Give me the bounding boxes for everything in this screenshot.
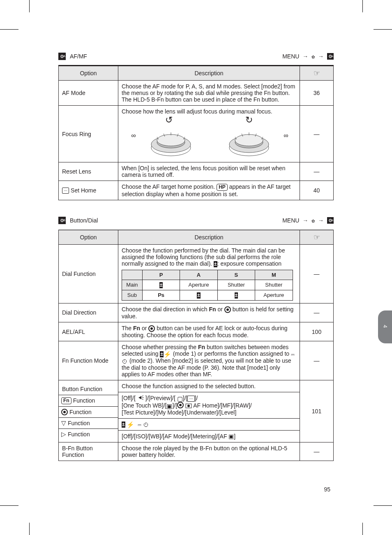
col-p: P	[142, 270, 180, 280]
rec-icon	[148, 325, 155, 332]
ref: 101	[300, 380, 334, 442]
col-s: S	[217, 270, 255, 280]
right-key-icon	[61, 431, 66, 437]
down-key-icon	[61, 420, 66, 426]
table-row: Fn Function Mode Choose whether pressing…	[59, 341, 334, 380]
table-row: Dial Function Choose the function perfor…	[59, 244, 334, 303]
svg-line-20	[142, 399, 143, 400]
infinity-icon: ∞	[284, 132, 288, 139]
svg-line-18	[142, 396, 143, 396]
gear-icon	[311, 217, 315, 224]
crop-mark	[29, 523, 30, 535]
ref-af-mode: 36	[300, 81, 334, 106]
crop-mark	[362, 523, 363, 535]
crop-mark	[0, 29, 18, 30]
fn-function-label: Function	[73, 397, 95, 404]
opt-dial-direction: Dial Direction	[59, 303, 118, 322]
opt-focus-ring: Focus Ring	[59, 106, 118, 162]
menu-label: MENU	[282, 53, 299, 60]
section-a-title: AF/MF	[70, 53, 87, 60]
timer-icon	[122, 358, 128, 364]
flash-icon	[127, 422, 134, 428]
right-function-label: Function	[68, 431, 90, 438]
crop-mark	[362, 0, 363, 12]
ref-set-home: 40	[300, 181, 334, 200]
ref: —	[300, 442, 334, 461]
hand-icon	[314, 234, 320, 241]
sequential-icon	[291, 351, 295, 357]
rotate-cw-icon: ↻	[210, 115, 288, 125]
button-function-intro: Choose the function assigned to the sele…	[118, 380, 300, 392]
cell: Aperture	[180, 280, 217, 290]
desc-set-home: Choose the AF target home position. HP a…	[118, 181, 300, 200]
row-main: Main	[122, 280, 143, 290]
infinity-icon: ∞	[131, 132, 136, 139]
ev-icon: ±	[122, 422, 125, 428]
desc-dial-function: Choose the function performed by the dia…	[118, 244, 300, 303]
table-row: AF Mode Choose the AF mode for P, A, S, …	[59, 81, 334, 106]
col-ref	[300, 230, 334, 244]
table-row: Dial Direction Choose the dial direction…	[59, 303, 334, 322]
col-m: M	[255, 270, 293, 280]
gear-icon	[311, 53, 315, 60]
af-illuminator-icon	[137, 395, 144, 400]
crop-mark	[29, 0, 30, 12]
section-a-path: MENU ⚙A	[281, 53, 334, 60]
arrow-icon	[318, 53, 324, 60]
menu-a-icon: ⚙A	[58, 53, 66, 60]
cell: Shutter	[255, 280, 293, 290]
page-number: 95	[324, 486, 330, 493]
focus-ring-text: Choose how the lens will adjust focus du…	[122, 108, 296, 115]
opt-set-home: ··· Set Home	[59, 181, 118, 200]
ref: —	[300, 303, 334, 322]
desc-bfn: Choose the role played by the B-Fn butto…	[118, 442, 300, 461]
col-option: Option	[59, 66, 118, 81]
button-function-title: Button Function	[59, 383, 118, 395]
svg-point-3	[157, 134, 185, 146]
opt-fn-mode: Fn Function Mode	[59, 341, 118, 380]
desc-focus-ring: Choose how the lens will adjust focus du…	[118, 106, 300, 162]
set-home-label: Set Home	[71, 187, 96, 194]
camera-dial-illustration	[226, 128, 272, 157]
opt-reset-lens: Reset Lens	[59, 162, 118, 181]
ref-focus-ring: —	[300, 106, 334, 162]
sequential-icon	[138, 422, 141, 428]
opt-dial-function: Dial Function	[59, 244, 118, 303]
ev-icon: ±	[197, 292, 201, 299]
spot-icon	[166, 403, 172, 409]
desc-reset-lens: When [On] is selected, the lens focus po…	[118, 162, 300, 181]
af-target-icon: ···	[62, 188, 69, 194]
ev-icon: ±	[235, 292, 238, 299]
crop-mark	[0, 505, 18, 506]
af-target-icon: ···	[187, 396, 194, 402]
col-description: Description	[118, 66, 300, 81]
opt-af-mode: AF Mode	[59, 81, 118, 106]
ev-icon: ±	[160, 351, 164, 357]
rec-icon	[61, 409, 68, 415]
fn-key-icon: Fn	[61, 397, 71, 404]
arrow-icon	[302, 217, 308, 224]
col-description: Description	[118, 230, 300, 244]
timer-icon	[143, 422, 149, 428]
ev-icon: ±	[159, 282, 163, 288]
rec-icon	[224, 306, 231, 313]
af-off-icon	[185, 403, 192, 408]
table-row: B-Fn Button Function Choose the role pla…	[59, 442, 334, 461]
down-choices: ±	[118, 419, 300, 431]
svg-point-22	[187, 405, 190, 407]
table-row: Button Function Fn Function Function	[59, 380, 334, 442]
down-function-label: Function	[68, 420, 90, 426]
menu-b-icon: ⚙B	[58, 217, 66, 224]
opt-aelafl: AEL/AFL	[59, 322, 118, 341]
section-b-path: MENU ⚙B	[281, 217, 334, 224]
rotate-ccw-icon: ↺	[129, 115, 208, 125]
crop-mark	[374, 505, 392, 506]
flash-icon	[164, 351, 171, 357]
table-row: ··· Set Home Choose the AF target home p…	[59, 181, 334, 200]
col-a: A	[180, 270, 217, 280]
menu-label: MENU	[282, 217, 299, 224]
hp-icon: HP	[217, 184, 228, 191]
cell: Shutter	[217, 280, 255, 290]
camera-dial-illustration	[146, 128, 191, 157]
desc-aelafl: The Fn or button can be used for AE lock…	[118, 322, 300, 341]
